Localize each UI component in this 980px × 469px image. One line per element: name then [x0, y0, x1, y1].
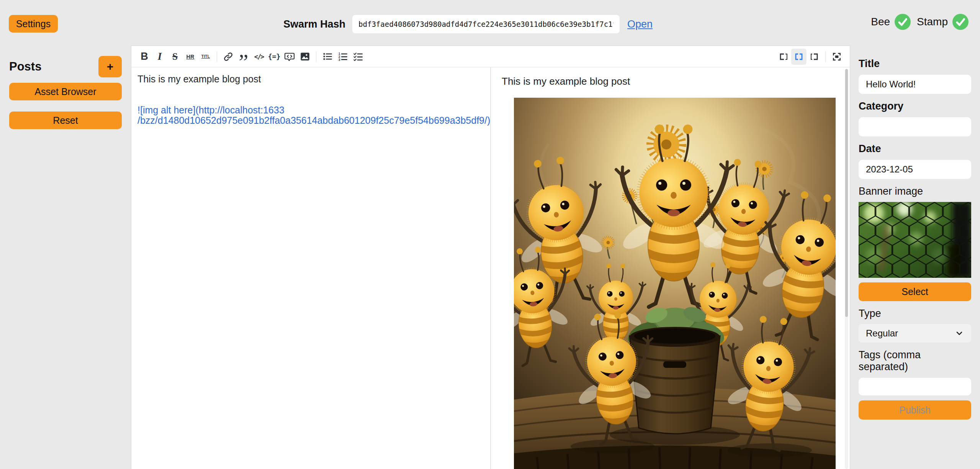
- tags-label: Tags (comma separated): [859, 349, 971, 373]
- title-label: Title: [859, 58, 971, 70]
- type-select[interactable]: Regular: [859, 324, 971, 343]
- open-link[interactable]: Open: [627, 18, 653, 30]
- horizontal-rule-icon: HR: [186, 54, 194, 60]
- type-select-value: Regular: [866, 328, 898, 339]
- editor-line: This is my example blog post: [137, 74, 486, 84]
- title-icon: TITL: [201, 54, 210, 59]
- editor-blank-line: [137, 95, 486, 105]
- app-root: { "header": { "settings_button": "Settin…: [0, 0, 980, 469]
- preview-scrollbar[interactable]: [845, 69, 848, 469]
- code-button[interactable]: </>: [251, 49, 267, 65]
- date-label: Date: [859, 143, 971, 155]
- settings-button[interactable]: Settings: [9, 15, 58, 33]
- link-icon: [223, 52, 233, 62]
- header-bar: Settings Swarm Hash Open Bee Stamp: [0, 0, 980, 46]
- posts-sidebar: Posts + Asset Browser Reset: [0, 46, 131, 469]
- layout-editor-icon: [779, 52, 789, 61]
- bee-status-label: Bee: [871, 16, 890, 28]
- task-list-button[interactable]: [350, 49, 366, 65]
- type-label: Type: [859, 308, 971, 320]
- toolbar-separator: [825, 51, 826, 62]
- image-icon: [300, 51, 310, 62]
- editor-image-markdown-line: ![img alt here](http://localhost:1633: [137, 105, 486, 115]
- editor-image-markdown-line: /bzz/d1480d10652d975e091b2ffa0a35614abda…: [137, 115, 486, 126]
- layout-editor-button[interactable]: [776, 49, 791, 65]
- reset-button[interactable]: Reset: [9, 112, 122, 129]
- strikethrough-button[interactable]: S: [167, 49, 183, 65]
- editor-blank-line: [137, 84, 486, 95]
- status-group: Bee Stamp: [871, 14, 969, 30]
- fullscreen-button[interactable]: [829, 49, 844, 65]
- editor-toolbar: B I S HR TITL ” </> {=}: [131, 46, 850, 67]
- comment-code-button[interactable]: [282, 49, 297, 65]
- category-input[interactable]: [859, 117, 971, 136]
- italic-icon: I: [158, 51, 162, 62]
- task-list-icon: [353, 51, 363, 62]
- markdown-editor[interactable]: This is my example blog post ![img alt h…: [131, 67, 490, 469]
- ordered-list-button[interactable]: 1 2 3: [335, 49, 350, 65]
- bold-icon: B: [141, 51, 148, 62]
- layout-side-by-side-icon: [794, 52, 804, 61]
- banner-select-button[interactable]: Select: [859, 282, 971, 301]
- italic-button[interactable]: I: [152, 49, 167, 65]
- swarm-hash-label: Swarm Hash: [283, 18, 345, 30]
- layout-side-by-side-button[interactable]: [791, 49, 807, 65]
- layout-preview-button[interactable]: [807, 49, 822, 65]
- post-image-happy-bees: [514, 98, 836, 469]
- unordered-list-icon: [322, 51, 333, 62]
- date-input[interactable]: [859, 160, 971, 179]
- title-input[interactable]: [859, 75, 971, 94]
- toolbar-separator: [316, 51, 316, 62]
- publish-button[interactable]: Publish: [859, 400, 971, 420]
- tags-input[interactable]: [859, 378, 971, 395]
- post-details-panel: Title Category Date Banner image: [850, 46, 980, 469]
- chevron-down-icon: [955, 329, 964, 338]
- layout-preview-icon: [809, 52, 819, 61]
- bold-button[interactable]: B: [137, 49, 152, 65]
- svg-text:3: 3: [338, 58, 340, 62]
- code-icon: </>: [254, 53, 264, 61]
- stamp-status: Stamp: [917, 14, 969, 30]
- posts-title: Posts: [9, 60, 41, 74]
- stamp-check-icon: [952, 14, 969, 30]
- preview-paragraph: This is my example blog post: [502, 75, 850, 87]
- unordered-list-button[interactable]: [320, 49, 335, 65]
- category-label: Category: [859, 100, 971, 112]
- editor-work-area: This is my example blog post ![img alt h…: [131, 67, 850, 469]
- fullscreen-icon: [832, 52, 842, 62]
- stamp-status-label: Stamp: [917, 16, 948, 28]
- horizontal-rule-button[interactable]: HR: [183, 49, 198, 65]
- bee-check-icon: [895, 14, 911, 30]
- quote-button[interactable]: ”: [236, 49, 251, 65]
- toolbar-separator: [217, 51, 217, 62]
- ordered-list-icon: 1 2 3: [338, 51, 348, 62]
- link-button[interactable]: [221, 49, 236, 65]
- banner-image-thumbnail: [859, 202, 971, 278]
- comment-code-icon: [284, 51, 295, 62]
- preview-scrollbar-thumb[interactable]: [845, 69, 848, 317]
- title-button[interactable]: TITL: [198, 49, 213, 65]
- new-post-button[interactable]: +: [98, 56, 122, 77]
- code-block-button[interactable]: {=}: [267, 49, 282, 65]
- bee-status: Bee: [871, 14, 911, 30]
- code-block-icon: {=}: [268, 52, 281, 61]
- strikethrough-icon: S: [172, 51, 178, 62]
- asset-browser-button[interactable]: Asset Browser: [9, 83, 122, 100]
- banner-image-label: Banner image: [859, 185, 971, 197]
- editor-panel: B I S HR TITL ” </> {=}: [131, 46, 850, 469]
- swarm-hash-group: Swarm Hash Open: [283, 15, 653, 34]
- image-button[interactable]: [297, 49, 312, 65]
- preview-pane: This is my example blog post: [491, 67, 850, 469]
- swarm-hash-input[interactable]: [352, 15, 620, 33]
